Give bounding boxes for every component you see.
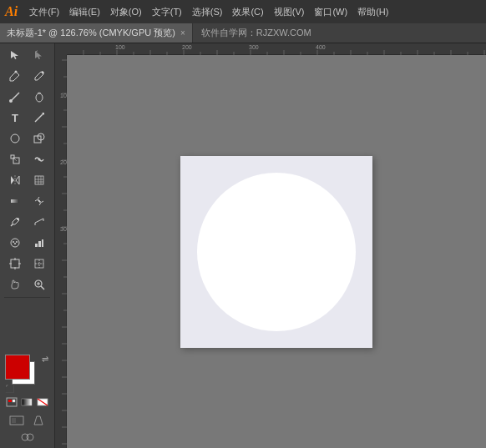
- svg-point-4: [11, 134, 19, 143]
- menu-item-v[interactable]: 视图(V): [269, 0, 310, 23]
- tab-bar: 未标题-1* @ 126.76% (CMYK/GPU 预览) × 软件自学网：R…: [0, 23, 486, 43]
- reflect-tool[interactable]: [3, 170, 27, 190]
- menu-item-e[interactable]: 编辑(E): [64, 0, 105, 23]
- svg-point-20: [17, 218, 19, 220]
- tool-row-6: [2, 149, 53, 169]
- menu-item-f[interactable]: 文件(F): [24, 0, 64, 23]
- menu-item-h[interactable]: 帮助(H): [352, 0, 393, 23]
- svg-line-9: [13, 158, 17, 161]
- bottom-row2: [18, 430, 38, 445]
- svg-rect-31: [11, 259, 19, 268]
- menu-item-t[interactable]: 文字(T): [147, 0, 187, 23]
- scale-tool[interactable]: [3, 149, 27, 169]
- ruler-top: 100 200 300 400: [67, 43, 486, 55]
- color-swatches: ⇌ ⬛: [2, 351, 53, 411]
- hand-tool[interactable]: [3, 274, 27, 294]
- tool-row-12: [2, 274, 53, 294]
- tool-row-11: [2, 254, 53, 274]
- stroke-fill-indicator[interactable]: ⇌ ⬛: [5, 355, 52, 393]
- svg-point-26: [16, 241, 18, 243]
- svg-point-2: [36, 93, 43, 102]
- svg-point-0: [15, 71, 18, 73]
- blob-tool[interactable]: [28, 87, 51, 107]
- main-layout: T: [0, 43, 486, 448]
- svg-point-27: [14, 243, 16, 244]
- tab-close-button[interactable]: ×: [180, 28, 185, 38]
- bottom-tools: [2, 411, 53, 446]
- artboard[interactable]: [180, 156, 372, 348]
- svg-point-10: [38, 159, 41, 161]
- tool-divider: [4, 297, 50, 298]
- ruler-left: 100 200 300: [55, 43, 67, 448]
- svg-rect-28: [35, 244, 38, 247]
- menu-item-w[interactable]: 窗口(W): [309, 0, 352, 23]
- perspective-button[interactable]: [28, 413, 48, 428]
- slice-tool[interactable]: [28, 254, 51, 274]
- tool-row-1: [2, 45, 53, 65]
- svg-text:100: 100: [115, 44, 125, 50]
- svg-text:300: 300: [60, 226, 67, 232]
- color-mode-button[interactable]: [5, 395, 18, 410]
- menu-bar[interactable]: 文件(F)编辑(E)对象(O)文字(T)选择(S)效果(C)视图(V)窗口(W)…: [24, 0, 481, 23]
- draw-mode-button[interactable]: [7, 413, 27, 428]
- tool-row-4: T: [2, 108, 53, 128]
- menu-item-o[interactable]: 对象(O): [105, 0, 147, 23]
- svg-rect-46: [22, 399, 32, 405]
- gradient-mode-button[interactable]: [20, 395, 33, 410]
- mesh-tool[interactable]: [28, 191, 51, 211]
- tool-row-10: [2, 233, 53, 253]
- svg-point-25: [13, 241, 14, 243]
- rotate-tool[interactable]: [28, 45, 51, 65]
- canvas-content[interactable]: [67, 55, 486, 448]
- tab-title: 未标题-1* @ 126.76% (CMYK/GPU 预览): [7, 27, 175, 39]
- title-bar: Ai 文件(F)编辑(E)对象(O)文字(T)选择(S)效果(C)视图(V)窗口…: [0, 0, 486, 23]
- tool-row-8: [2, 191, 53, 211]
- svg-point-18: [38, 200, 40, 202]
- svg-rect-45: [13, 400, 15, 402]
- ruler-corner: [55, 43, 67, 55]
- select-tool[interactable]: [3, 45, 27, 65]
- pencil-tool[interactable]: [28, 66, 51, 86]
- ellipse-tool[interactable]: [3, 128, 27, 148]
- eyedropper-tool[interactable]: [3, 212, 27, 232]
- swap-colors-button[interactable]: ⇌: [42, 355, 48, 364]
- menu-item-s[interactable]: 选择(S): [187, 0, 228, 23]
- svg-line-19: [11, 224, 13, 226]
- svg-line-21: [35, 219, 43, 223]
- chart-tool[interactable]: [28, 233, 51, 253]
- brush-tool[interactable]: [3, 87, 27, 107]
- bottom-row1: [7, 413, 48, 428]
- svg-text:200: 200: [182, 44, 192, 50]
- ai-logo: Ai: [5, 4, 18, 19]
- reset-colors-button[interactable]: ⬛: [5, 385, 14, 393]
- tool-row-2: [2, 66, 53, 86]
- circle-shape: [197, 173, 356, 331]
- none-mode-button[interactable]: [36, 395, 49, 410]
- screen-mode-button[interactable]: [18, 430, 38, 445]
- menu-item-c[interactable]: 效果(C): [227, 0, 268, 23]
- active-tab[interactable]: 未标题-1* @ 126.76% (CMYK/GPU 预览) ×: [0, 23, 193, 43]
- zoom-tool[interactable]: [28, 274, 51, 294]
- line-tool[interactable]: [28, 108, 51, 128]
- text-tool[interactable]: T: [3, 108, 27, 128]
- shape-builder-tool[interactable]: [28, 128, 51, 148]
- svg-point-1: [9, 99, 13, 103]
- svg-text:400: 400: [316, 44, 326, 50]
- symbol-tool[interactable]: [3, 233, 27, 253]
- canvas-area[interactable]: 100 200 300 400: [55, 43, 486, 448]
- warp-tool[interactable]: [28, 149, 51, 169]
- fill-swatch[interactable]: [5, 355, 30, 380]
- svg-text:200: 200: [60, 159, 67, 165]
- svg-rect-29: [38, 241, 41, 247]
- measure-tool[interactable]: [28, 212, 51, 232]
- gradient-tool[interactable]: [3, 191, 27, 211]
- grid-tool[interactable]: [28, 170, 51, 190]
- artboard-tool[interactable]: [3, 254, 27, 274]
- svg-rect-12: [35, 176, 43, 184]
- svg-rect-44: [8, 400, 12, 402]
- svg-rect-30: [42, 239, 43, 247]
- svg-marker-51: [34, 416, 43, 425]
- pen-tool[interactable]: [3, 66, 27, 86]
- color-mode-row: [5, 395, 49, 410]
- svg-rect-17: [11, 199, 19, 203]
